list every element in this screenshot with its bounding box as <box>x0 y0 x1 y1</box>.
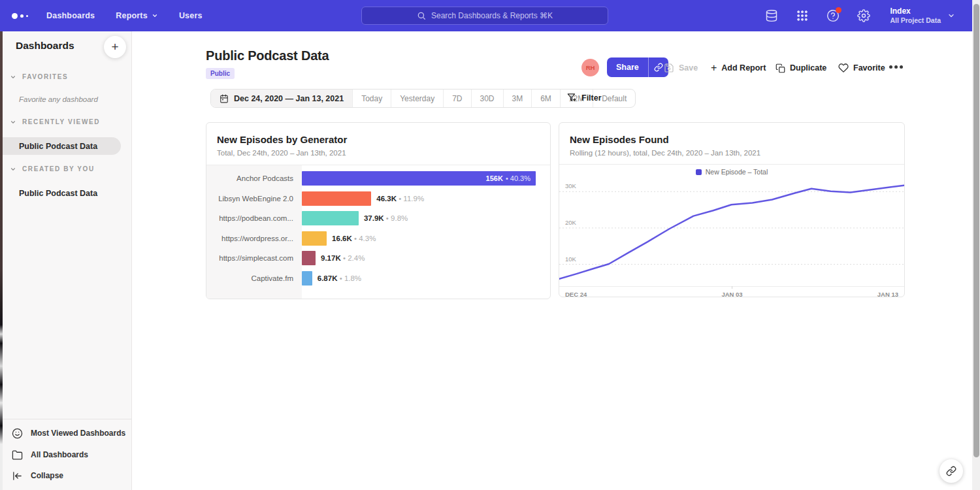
bar-category-label: Captivate.fm <box>206 274 302 282</box>
x-axis-tick <box>732 286 732 289</box>
folder-icon <box>12 449 23 461</box>
save-icon <box>664 63 674 73</box>
bar-row: Captivate.fm6.87K • 1.8% <box>206 269 551 289</box>
all-dashboards-button[interactable]: All Dashboards <box>3 445 132 465</box>
date-preset-today[interactable]: Today <box>352 90 391 107</box>
new-episodes-found-card: New Episodes Found Rolling (12 hours), t… <box>559 122 905 297</box>
help-icon[interactable] <box>826 9 840 23</box>
link-icon <box>654 63 663 72</box>
chevron-down-icon <box>10 119 16 125</box>
duplicate-button[interactable]: Duplicate <box>776 62 826 74</box>
bar-row: Libsyn WebEngine 2.046.3K • 11.9% <box>206 189 551 209</box>
avatar[interactable]: RH <box>581 59 599 76</box>
share-button-group: Share <box>607 57 668 77</box>
bar-chart: Anchor Podcasts156K• 40.3%Libsyn WebEngi… <box>206 165 551 291</box>
collapse-sidebar-button[interactable]: Collapse <box>3 466 132 485</box>
bar[interactable] <box>302 251 316 265</box>
link-icon <box>946 466 956 476</box>
add-dashboard-button[interactable]: + <box>104 36 126 58</box>
bar-category-label: Libsyn WebEngine 2.0 <box>206 195 302 203</box>
sidebar-footer-divider <box>3 419 132 419</box>
bar[interactable] <box>302 211 359 225</box>
series-line[interactable] <box>559 186 904 279</box>
bar-row: https://simplecast.com9.17K • 2.4% <box>206 248 551 269</box>
project-switcher[interactable]: Index All Project Data <box>890 7 955 25</box>
bar-row: Anchor Podcasts156K• 40.3% <box>206 169 551 189</box>
bar-category-label: https://podbean.com... <box>206 214 302 222</box>
add-report-button[interactable]: + Add Report <box>711 62 766 74</box>
sidebar-item-public-podcast-data[interactable]: Public Podcast Data <box>3 137 121 155</box>
app-logo-icon[interactable] <box>12 13 28 19</box>
section-created-by-you[interactable]: CREATED BY YOU <box>10 165 95 172</box>
bar-value-label: 46.3K • 11.9% <box>376 195 424 203</box>
date-preset-6m[interactable]: 6M <box>531 90 560 107</box>
app-window: Dashboards Reports Users Search Dashboar… <box>0 0 980 490</box>
filter-funnel-icon <box>567 93 577 103</box>
chevron-down-icon <box>10 166 16 172</box>
project-scope: All Project Data <box>890 16 941 25</box>
bar-value-label: 6.87K • 1.8% <box>318 274 361 282</box>
chevron-down-icon <box>10 74 16 80</box>
search-placeholder: Search Dashboards & Reports ⌘K <box>431 11 553 20</box>
settings-gear-icon[interactable] <box>857 9 870 23</box>
scrollbar-thumb[interactable] <box>973 4 979 457</box>
filter-button[interactable]: Filter <box>567 93 602 103</box>
bar[interactable] <box>302 191 371 206</box>
calendar-icon <box>220 94 229 103</box>
line-chart-canvas <box>559 177 904 286</box>
date-preset-7d[interactable]: 7D <box>443 90 470 107</box>
smile-icon <box>12 428 23 439</box>
project-name: Index <box>890 7 941 16</box>
card-subtitle: Total, Dec 24th, 2020 – Jan 13th, 2021 <box>217 149 540 157</box>
share-link-floating-button[interactable] <box>939 459 963 483</box>
favorites-empty-hint: Favorite any dashboard <box>19 95 98 103</box>
bar[interactable] <box>302 271 312 286</box>
legend-swatch <box>696 169 702 175</box>
bar-value-label: 16.6K • 4.3% <box>332 235 376 242</box>
bar-row: https://podbean.com...37.9K • 9.8% <box>206 208 551 229</box>
page-scrollbar <box>972 0 980 490</box>
nav-users[interactable]: Users <box>179 11 203 20</box>
save-button[interactable]: Save <box>664 62 698 74</box>
copy-icon <box>776 63 785 73</box>
primary-nav: Dashboards Reports Users <box>46 11 203 20</box>
bar[interactable]: 156K• 40.3% <box>302 171 536 186</box>
section-favorites[interactable]: FAVORITES <box>10 73 68 80</box>
bar-row: https://wordpress.or...16.6K • 4.3% <box>206 229 551 249</box>
global-search-input[interactable]: Search Dashboards & Reports ⌘K <box>361 7 608 25</box>
bar[interactable] <box>302 231 327 246</box>
card-title: New Episodes by Generator <box>217 134 540 145</box>
search-icon <box>417 11 426 20</box>
sidebar-item-public-podcast-data-2[interactable]: Public Podcast Data <box>3 184 121 202</box>
topbar-right-cluster: Index All Project Data <box>764 0 955 31</box>
chevron-down-icon <box>152 12 158 19</box>
date-preset-yesterday[interactable]: Yesterday <box>391 90 443 107</box>
new-episodes-by-generator-card: New Episodes by Generator Total, Dec 24t… <box>206 122 551 299</box>
plus-icon: + <box>711 63 717 73</box>
favorite-button[interactable]: Favorite <box>838 62 885 74</box>
page-title: Public Podcast Data <box>206 48 329 63</box>
chevron-down-icon <box>947 12 955 20</box>
card-title: New Episodes Found <box>570 134 894 145</box>
bar-category-label: https://wordpress.or... <box>206 235 302 242</box>
collapse-icon <box>12 470 23 482</box>
visibility-badge: Public <box>206 68 235 79</box>
share-button[interactable]: Share <box>607 57 648 77</box>
nav-dashboards[interactable]: Dashboards <box>46 11 95 20</box>
database-icon[interactable] <box>764 9 778 23</box>
more-actions-button[interactable] <box>889 65 903 69</box>
nav-reports[interactable]: Reports <box>116 11 158 20</box>
date-preset-3m[interactable]: 3M <box>503 90 532 107</box>
apps-grid-icon[interactable] <box>795 9 809 23</box>
custom-date-range-button[interactable]: Dec 24, 2020 — Jan 13, 2021 <box>211 90 352 107</box>
sidebar-title: Dashboards <box>16 40 74 52</box>
bar-category-label: Anchor Podcasts <box>206 174 302 182</box>
section-recently-viewed[interactable]: RECENTLY VIEWED <box>10 118 100 125</box>
date-preset-30d[interactable]: 30D <box>471 90 503 107</box>
card-subtitle: Rolling (12 hours), total, Dec 24th, 202… <box>570 149 894 157</box>
x-axis-labels: DEC 24 JAN 03 JAN 13 <box>559 291 904 297</box>
bar-value-label: 37.9K • 9.8% <box>364 214 408 222</box>
legend-label: New Episode – Total <box>706 168 768 176</box>
most-viewed-dashboards-button[interactable]: Most Viewed Dashboards <box>3 423 132 443</box>
bar-category-label: https://simplecast.com <box>206 254 302 262</box>
